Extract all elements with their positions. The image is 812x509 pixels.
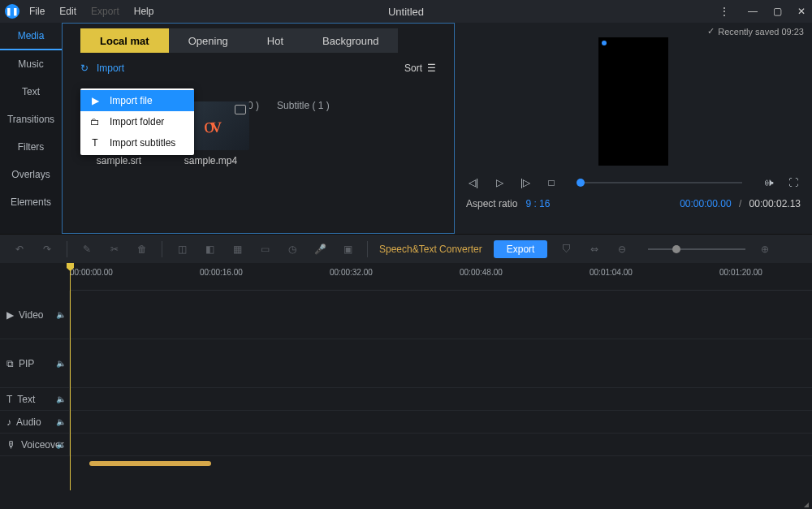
export-button[interactable]: Export: [494, 240, 548, 258]
menu-help[interactable]: Help: [134, 6, 154, 17]
sidetab-transitions[interactable]: Transitions: [0, 106, 62, 133]
mosaic-icon[interactable]: ▦: [229, 241, 245, 257]
minimize-icon[interactable]: —: [747, 6, 758, 17]
ruler-tick: 00:00:32.00: [330, 268, 373, 277]
horizontal-scrollbar[interactable]: [75, 461, 318, 469]
resize-grip-icon[interactable]: [804, 503, 809, 507]
menu-edit[interactable]: Edit: [59, 6, 76, 17]
screenshot-icon[interactable]: ▣: [339, 241, 356, 257]
play-button[interactable]: ▷: [492, 175, 507, 190]
preview-viewport[interactable]: [598, 37, 668, 166]
pip-track-icon: ⧉: [6, 358, 14, 369]
thumb-srt-label: sample.srt: [80, 155, 158, 166]
track-head-audio[interactable]: ♪ Audio 🔈: [0, 411, 70, 433]
ruler-tick: 00:01:20.00: [719, 268, 762, 277]
edit-icon[interactable]: ✎: [79, 241, 95, 257]
track-video: ▶ Video 🔈: [0, 291, 812, 339]
volume-icon[interactable]: 🕪: [762, 175, 776, 190]
freeze-icon[interactable]: ▭: [257, 241, 273, 257]
speed-icon[interactable]: ◷: [284, 241, 300, 257]
sort-button[interactable]: Sort ☰: [404, 63, 436, 74]
track-label-pip: PIP: [19, 358, 34, 369]
audio-track-icon: ♪: [6, 416, 11, 428]
sidetab-media[interactable]: Media: [0, 23, 62, 50]
sidetab-overlays[interactable]: Overlays: [0, 161, 62, 188]
prev-frame-button[interactable]: ◁|: [466, 175, 481, 190]
time-ruler[interactable]: 00:00:00.00 00:00:16.00 00:00:32.00 00:0…: [70, 263, 812, 291]
divider: [67, 241, 67, 257]
cut-icon[interactable]: ✂: [106, 241, 123, 257]
shield-icon[interactable]: ⛉: [559, 241, 575, 257]
camera-icon: [235, 105, 246, 114]
upper-area: Media Music Text Transitions Filters Ove…: [0, 23, 812, 234]
preview-handle-icon[interactable]: [602, 41, 607, 45]
sidetab-music[interactable]: Music: [0, 50, 62, 78]
crop-icon[interactable]: ◫: [174, 241, 190, 257]
toolbar: ↶ ↷ ✎ ✂ 🗑 ◫ ◧ ▦ ▭ ◷ 🎤 ▣ Speech&Text Conv…: [0, 234, 812, 263]
track-body-voiceover[interactable]: [70, 434, 812, 455]
track-head-voiceover[interactable]: 🎙 Voiceover 🔈: [0, 434, 70, 455]
fit-icon[interactable]: ⇔: [586, 241, 603, 257]
stop-button[interactable]: □: [544, 175, 559, 190]
rotate-icon[interactable]: ◧: [201, 241, 218, 257]
maximize-icon[interactable]: ▢: [771, 6, 783, 17]
delete-icon[interactable]: 🗑: [134, 241, 150, 257]
menu-file[interactable]: File: [29, 6, 45, 17]
track-body-pip[interactable]: [70, 339, 812, 387]
saved-badge: ✓ Recently saved 09:23: [707, 26, 804, 37]
scrubber-knob[interactable]: [577, 179, 585, 187]
import-file-item[interactable]: ▶ Import file: [80, 90, 194, 111]
time-separator: /: [739, 198, 741, 209]
more-icon[interactable]: ⋮: [719, 5, 731, 18]
import-subtitles-label: Import subtitles: [110, 137, 175, 149]
sidetab-text[interactable]: Text: [0, 78, 62, 106]
media-tab-opening[interactable]: Opening: [169, 28, 248, 53]
media-tab-hot[interactable]: Hot: [248, 28, 303, 53]
zoom-slider[interactable]: [648, 248, 745, 250]
mute-icon[interactable]: 🔈: [56, 359, 66, 368]
zoom-out-icon[interactable]: ⊖: [614, 241, 630, 257]
track-head-pip[interactable]: ⧉ PIP 🔈: [0, 339, 70, 387]
menubar: ❚❚ File Edit Export Help Untitled ⋮ — ▢ …: [0, 0, 812, 23]
sidetab-elements[interactable]: Elements: [0, 188, 62, 216]
next-frame-button[interactable]: |▷: [518, 175, 533, 190]
zoom-knob[interactable]: [672, 245, 680, 253]
filter-subtitle[interactable]: Subtitle ( 1 ): [277, 100, 330, 111]
menu-items: File Edit Export Help: [29, 6, 153, 17]
undo-icon[interactable]: ↶: [11, 241, 28, 257]
track-label-text: Text: [17, 394, 35, 405]
mute-icon[interactable]: 🔈: [56, 310, 66, 319]
track-head-text[interactable]: T Text 🔈: [0, 388, 70, 410]
scrollbar-thumb[interactable]: [89, 461, 211, 466]
media-tabs: Local mat Opening Hot Background: [80, 28, 449, 53]
sidetab-filters[interactable]: Filters: [0, 133, 62, 161]
track-body-audio[interactable]: [70, 411, 812, 433]
ruler-tick: 00:01:04.00: [590, 268, 633, 277]
import-folder-label: Import folder: [110, 116, 164, 127]
track-head-video[interactable]: ▶ Video 🔈: [0, 291, 70, 339]
fullscreen-icon[interactable]: ⛶: [786, 175, 801, 190]
media-tab-background[interactable]: Background: [303, 28, 398, 53]
close-icon[interactable]: ✕: [796, 6, 807, 17]
zoom-in-icon[interactable]: ⊕: [757, 241, 773, 257]
speech-text-converter[interactable]: Speech&Text Converter: [379, 244, 482, 255]
refresh-icon[interactable]: ↻: [80, 63, 89, 74]
playhead[interactable]: [70, 263, 71, 490]
mute-icon[interactable]: 🔈: [56, 395, 66, 403]
track-body-text[interactable]: [70, 388, 812, 410]
mute-icon[interactable]: 🔈: [56, 417, 66, 426]
track-body-video[interactable]: [70, 291, 812, 339]
time-row: Aspect ratio 9 : 16 00:00:00.00 / 00:00:…: [466, 198, 801, 209]
track-audio: ♪ Audio 🔈: [0, 411, 812, 434]
scrubber[interactable]: [577, 182, 742, 183]
media-tab-local[interactable]: Local mat: [80, 28, 169, 53]
aspect-ratio-value[interactable]: 9 : 16: [525, 198, 550, 209]
redo-icon[interactable]: ↷: [39, 241, 55, 257]
mic-icon[interactable]: 🎤: [312, 241, 328, 257]
mute-icon[interactable]: 🔈: [56, 440, 66, 449]
import-link[interactable]: Import: [97, 63, 124, 74]
import-subtitles-item[interactable]: T Import subtitles: [80, 132, 194, 153]
divider: [162, 241, 162, 257]
text-track-icon: T: [6, 394, 12, 405]
import-folder-item[interactable]: 🗀 Import folder: [80, 111, 194, 132]
